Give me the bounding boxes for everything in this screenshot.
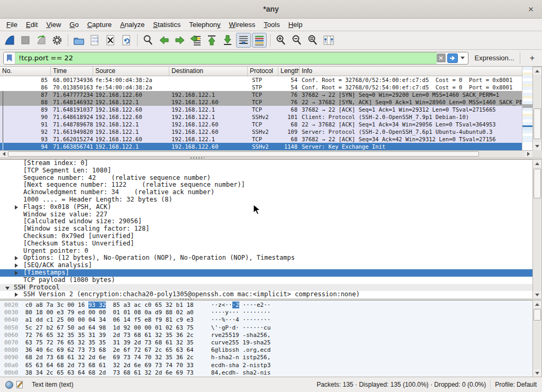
status-profile[interactable]: Profile: Default <box>495 381 537 388</box>
go-forward-icon[interactable] <box>173 33 187 48</box>
expand-arrow-icon[interactable] <box>15 256 18 260</box>
menu-file[interactable]: File <box>2 20 22 30</box>
scroll-down-icon[interactable] <box>533 369 541 377</box>
splitter-handle[interactable] <box>191 157 204 159</box>
menu-analyze[interactable]: Analyze <box>116 20 149 30</box>
scroll-down-icon[interactable] <box>533 291 541 298</box>
hex-row[interactable]: 0070 63 75 72 76 65 32 35 35 31 39 2d 73… <box>4 339 542 347</box>
reload-file-icon[interactable] <box>119 33 134 48</box>
detail-row[interactable]: [Stream index: 0] <box>0 160 532 167</box>
detail-row[interactable]: [Calculated window size: 29056] <box>0 218 532 225</box>
packet-row[interactable]: 8971.648191037192.168.122.60192.168.122.… <box>0 106 522 113</box>
scrollbar-thumb[interactable] <box>534 108 541 139</box>
menu-edit[interactable]: Edit <box>22 20 42 30</box>
scroll-up-icon[interactable] <box>533 300 541 308</box>
scrollbar-thumb[interactable] <box>8 151 479 157</box>
hex-row[interactable]: 0020 c0 a8 7a 3c 00 16 93 32 85 a3 ac c0… <box>4 302 542 309</box>
menu-telephony[interactable]: Telephony <box>185 20 224 30</box>
packet-row[interactable]: 9471.663856741192.168.122.1192.168.122.6… <box>0 143 522 150</box>
zoom-out-icon[interactable] <box>290 33 304 48</box>
expert-info-icon[interactable] <box>5 381 13 389</box>
filter-apply-icon[interactable] <box>447 53 458 63</box>
hex-row[interactable]: 0060 72 76 65 32 35 35 31 39 2d 73 68 61… <box>4 332 542 339</box>
packet-row[interactable]: 9271.661949820192.168.122.1192.168.122.6… <box>0 128 522 135</box>
display-filter-input[interactable]: !tcp.port == 22 <box>15 52 437 64</box>
packet-row[interactable]: 9171.648789678192.168.122.1192.168.122.6… <box>0 121 522 128</box>
detail-row[interactable]: Acknowledgment number: 34 (relative ack … <box>0 189 532 196</box>
expand-arrow-icon[interactable] <box>15 263 18 268</box>
column-header-no[interactable]: No. <box>0 67 51 76</box>
capture-options-icon[interactable] <box>50 33 65 48</box>
open-file-icon[interactable] <box>71 33 86 48</box>
scroll-right-icon[interactable] <box>525 151 532 157</box>
filter-bookmark-icon[interactable] <box>4 52 15 64</box>
menu-go[interactable]: Go <box>65 20 83 30</box>
menu-wireless[interactable]: Wireless <box>225 20 260 30</box>
zoom-in-icon[interactable] <box>274 33 288 48</box>
expand-arrow-icon[interactable] <box>15 271 18 275</box>
expand-arrow-icon[interactable] <box>15 205 18 209</box>
packet-row[interactable]: 8771.647777234192.168.122.60192.168.122.… <box>0 91 522 98</box>
scroll-up-icon[interactable] <box>533 67 541 75</box>
detail-row[interactable]: 1000 .... = Header Length: 32 bytes (8) <box>0 196 532 204</box>
close-file-icon[interactable] <box>103 33 118 48</box>
scrollbar-thumb[interactable] <box>534 169 541 198</box>
column-header-source[interactable]: Source <box>93 67 169 76</box>
detail-row[interactable]: [Checksum Status: Unverified] <box>0 240 532 248</box>
filter-clear-icon[interactable]: ✕ <box>437 53 446 62</box>
resize-columns-icon[interactable] <box>321 33 336 48</box>
details-vscrollbar[interactable] <box>532 159 542 298</box>
go-last-icon[interactable] <box>220 33 235 48</box>
detail-row[interactable]: SSH Protocol <box>0 284 532 291</box>
bytes-vscrollbar[interactable] <box>532 300 542 377</box>
column-header-destination[interactable]: Destination <box>169 67 248 76</box>
detail-row[interactable]: Window size value: 227 <box>0 211 532 218</box>
hex-row[interactable]: 0050 5c 27 b2 67 50 ad 64 98 1d 92 00 00… <box>4 324 542 332</box>
column-header-protocol[interactable]: Protocol <box>248 67 278 76</box>
packet-list-minimap[interactable] <box>522 67 532 150</box>
packet-row[interactable]: 8568.001734936fe:54:00:d4:38:2aSTP54Conf… <box>0 76 522 84</box>
expression-button[interactable]: Expression... <box>475 54 514 62</box>
packet-row[interactable]: 9371.662015274192.168.122.60192.168.122.… <box>0 135 522 143</box>
hex-row[interactable]: 00b0 38 34 2c 65 63 64 68 2d 73 68 61 32… <box>4 369 542 377</box>
menu-statistics[interactable]: Statistics <box>149 20 185 30</box>
add-filter-button[interactable]: + <box>526 53 539 63</box>
colorize-icon[interactable] <box>252 33 267 48</box>
detail-row[interactable]: TCP payload (1080 bytes) <box>0 277 532 284</box>
detail-row[interactable]: Sequence number: 42 (relative sequence n… <box>0 175 532 182</box>
detail-row[interactable]: [Window size scaling factor: 128] <box>0 225 532 233</box>
packet-row[interactable]: 8871.648146932192.168.122.1192.168.122.6… <box>0 98 522 106</box>
detail-row[interactable]: [Timestamps] <box>0 269 532 277</box>
filter-history-dropdown-icon[interactable] <box>460 57 465 59</box>
go-to-packet-icon[interactable] <box>188 33 203 48</box>
expand-arrow-icon[interactable] <box>15 293 18 297</box>
menu-view[interactable]: View <box>42 20 65 30</box>
detail-row[interactable]: Flags: 0x018 (PSH, ACK) <box>0 204 532 211</box>
go-first-icon[interactable] <box>204 33 219 48</box>
menu-capture[interactable]: Capture <box>83 20 116 30</box>
start-capture-icon[interactable] <box>2 33 17 48</box>
title-bar[interactable]: *any × <box>0 0 542 19</box>
capture-comment-icon[interactable] <box>16 380 24 389</box>
detail-row[interactable]: [SEQ/ACK analysis] <box>0 262 532 269</box>
packet-row[interactable]: 9071.648618924192.168.122.60192.168.122.… <box>0 113 522 121</box>
packet-list-hscrollbar[interactable] <box>0 150 532 157</box>
detail-row[interactable]: SSH Version 2 (encryption:chacha20-poly1… <box>0 291 532 298</box>
column-header-info[interactable]: Info <box>300 67 522 76</box>
detail-row[interactable]: Urgent pointer: 0 <box>0 248 532 255</box>
scroll-up-icon[interactable] <box>533 160 541 167</box>
hex-row[interactable]: 00a0 65 63 64 68 2d 73 68 61 32 2d 6e 69… <box>4 362 542 369</box>
detail-row[interactable]: Checksum: 0x79ed [unverified] <box>0 233 532 240</box>
column-header-time[interactable]: Time <box>51 67 93 76</box>
column-header-length[interactable]: Length <box>278 67 300 76</box>
scrollbar-thumb[interactable] <box>534 309 541 321</box>
hex-row[interactable]: 0030 80 18 00 e3 79 ed 00 00 01 01 08 0a… <box>4 309 542 316</box>
auto-scroll-icon[interactable] <box>236 33 251 48</box>
detail-row[interactable]: Options: (12 bytes), No-Operation (NOP),… <box>0 254 532 262</box>
packet-list-header[interactable]: No. Time Source Destination Protocol Len… <box>0 67 522 76</box>
hex-row[interactable]: 0080 36 40 6c 69 62 73 73 68 2e 6f 72 67… <box>4 347 542 354</box>
scroll-left-icon[interactable] <box>0 151 7 157</box>
find-packet-icon[interactable] <box>141 33 156 48</box>
hex-row[interactable]: 0040 a1 dd c1 25 00 00 04 34 06 14 f5 e8… <box>4 316 542 324</box>
restart-capture-icon[interactable] <box>34 33 49 48</box>
